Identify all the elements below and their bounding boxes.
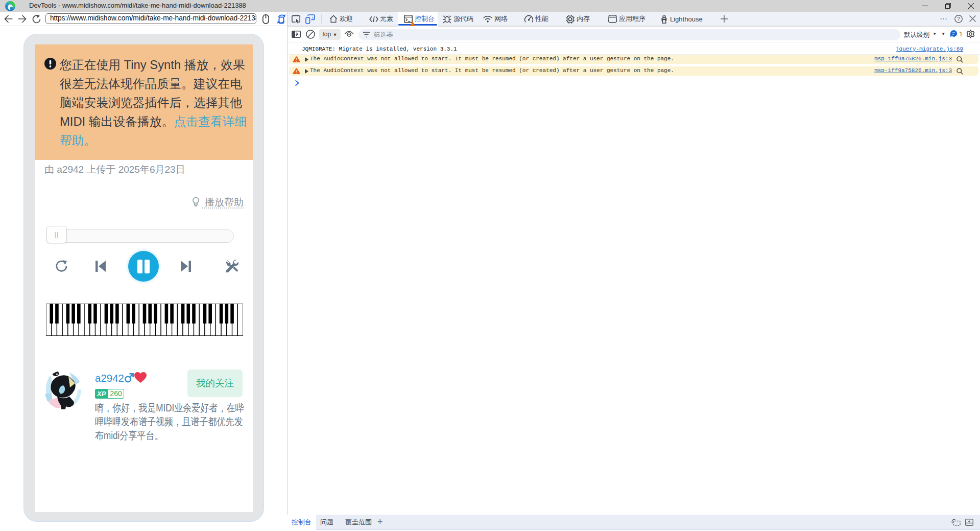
svg-text:?: ? [957, 16, 960, 22]
